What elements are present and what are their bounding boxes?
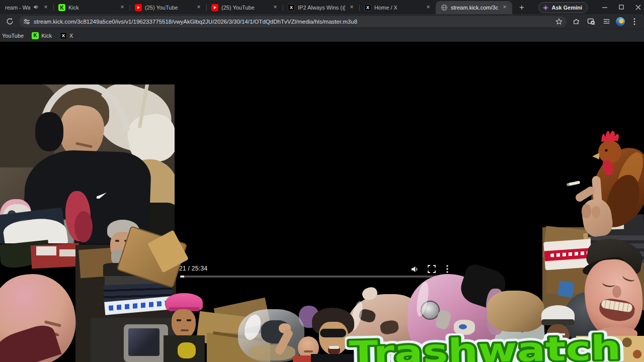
tab-search-icon[interactable]	[586, 16, 597, 27]
hand-with-cigarette	[568, 175, 622, 239]
tab-title: ream - Watch Liv	[5, 5, 30, 11]
profile-avatar[interactable]	[616, 17, 625, 26]
x-favicon-icon: X	[364, 4, 371, 11]
reading-list-icon[interactable]	[601, 16, 612, 27]
globe-favicon-icon	[441, 4, 448, 11]
bookmark-label: X	[69, 33, 73, 39]
kick-favicon-icon: K	[58, 4, 65, 11]
rooster-comb	[601, 131, 619, 142]
gemini-sparkle-icon	[542, 5, 549, 11]
close-window-button[interactable]	[635, 5, 641, 10]
tab-4[interactable]: (25) YouTube×	[206, 1, 283, 14]
browser-chrome: ream - Watch Liv×KKick×(25) YouTube×(25)…	[0, 0, 644, 42]
tab-5[interactable]: XIP2 Always Wins (@Ip2Alwa×	[283, 1, 359, 14]
tab-audio-icon[interactable]	[33, 4, 39, 11]
more-menu-icon[interactable]	[629, 16, 640, 27]
kick-favicon-icon: K	[32, 32, 39, 39]
reload-button[interactable]	[4, 16, 15, 27]
url-text[interactable]: stream.kick.com/3c81249a5ce0/ivs/v1/1962…	[34, 19, 552, 25]
tab-title: IP2 Always Wins (@Ip2Alwa	[298, 5, 345, 11]
tab-close-icon[interactable]: ×	[501, 4, 508, 11]
crt-monitor	[124, 324, 168, 362]
tab-strip: ream - Watch Liv×KKick×(25) YouTube×(25)…	[0, 0, 644, 14]
tab-title: Home / X	[374, 5, 422, 11]
tab-1[interactable]: ream - Watch Liv×	[0, 1, 53, 14]
clutter-top-left	[0, 242, 86, 273]
address-bar[interactable]: stream.kick.com/3c81249a5ce0/ivs/v1/1962…	[19, 16, 567, 27]
tab-3[interactable]: (25) YouTube×	[130, 1, 206, 14]
graybeard-man-cutout	[103, 220, 184, 283]
youtube-favicon-icon	[135, 4, 142, 11]
bookmark-youtube[interactable]: YouTube	[2, 33, 24, 39]
bookmark-star-icon[interactable]	[555, 18, 562, 25]
tab-close-icon[interactable]: ×	[272, 4, 279, 11]
x-favicon-icon: X	[60, 32, 67, 39]
tab-2[interactable]: KKick×	[53, 1, 130, 14]
maximize-button[interactable]	[619, 5, 624, 10]
rooster-beak	[592, 153, 599, 159]
tab-close-icon[interactable]: ×	[195, 4, 202, 11]
tab-strip-tabs: ream - Watch Liv×KKick×(25) YouTube×(25)…	[0, 0, 512, 14]
trashwatch-logo: Trashwatch Trashwatch Trashwatch	[345, 330, 625, 362]
new-tab-button[interactable]: +	[515, 1, 528, 14]
tab-title: (25) YouTube	[221, 5, 269, 11]
extensions-icon[interactable]	[571, 16, 582, 27]
tab-6[interactable]: XHome / X×	[359, 1, 436, 14]
bald-man-cutout	[0, 274, 88, 362]
tab-close-icon[interactable]: ×	[42, 4, 49, 11]
bookmark-label: YouTube	[2, 33, 24, 39]
bookmarks-bar: YouTubeKKickXX	[0, 29, 644, 42]
bookmark-x[interactable]: XX	[60, 32, 73, 39]
tab-title: (25) YouTube	[145, 5, 192, 11]
browser-toolbar: stream.kick.com/3c81249a5ce0/ivs/v1/1962…	[0, 14, 644, 29]
ask-gemini-label: Ask Gemini	[551, 5, 582, 11]
tab-close-icon[interactable]: ×	[119, 4, 126, 11]
blue-bin	[557, 281, 575, 298]
ask-gemini-button[interactable]: Ask Gemini	[538, 2, 588, 13]
bookmark-label: Kick	[41, 33, 52, 39]
tab-close-icon[interactable]: ×	[425, 4, 432, 11]
bookmark-kick[interactable]: KKick	[32, 32, 52, 39]
cigarette	[567, 180, 581, 186]
tab-7[interactable]: stream.kick.com/3c81249a5×	[436, 1, 512, 14]
minimize-button[interactable]	[602, 5, 608, 10]
window-controls	[602, 0, 641, 14]
headphone-earcup	[35, 112, 63, 151]
site-settings-icon[interactable]	[23, 18, 30, 25]
tab-close-icon[interactable]: ×	[348, 4, 355, 11]
youtube-favicon-icon	[211, 4, 218, 11]
tab-title: Kick	[68, 5, 116, 11]
tab-title: stream.kick.com/3c81249a5	[451, 5, 498, 11]
x-favicon-icon: X	[288, 4, 295, 11]
pink-cap-man-cutout	[164, 293, 205, 362]
logo-fill-layer: Trashwatch	[349, 330, 621, 362]
